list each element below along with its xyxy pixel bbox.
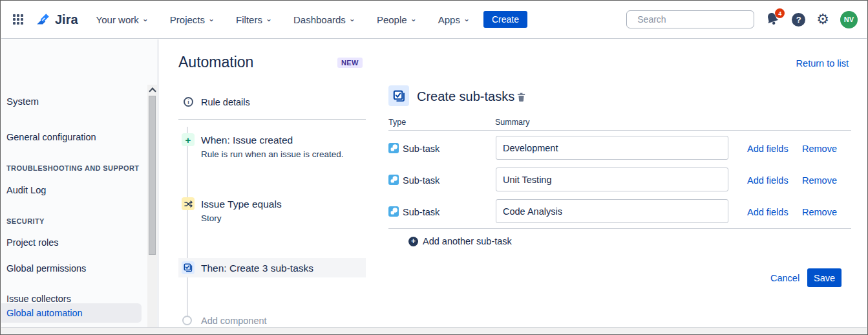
top-navbar: Jira Your work⌄ Projects⌄ Filters⌄ Dashb… <box>1 1 867 39</box>
summary-input[interactable] <box>496 136 728 160</box>
trigger-step[interactable]: When: Issue created <box>201 135 293 146</box>
settings-gear-icon[interactable]: ⚙ <box>816 12 829 27</box>
condition-step[interactable]: Issue Type equals <box>201 199 282 210</box>
sidebar-item-audit-log[interactable]: Audit Log <box>6 185 46 195</box>
create-button[interactable]: Create <box>483 11 527 28</box>
jira-logo[interactable]: Jira <box>35 11 78 28</box>
condition-step-subtitle: Story <box>201 213 222 223</box>
delete-action-trash-icon[interactable] <box>516 92 526 105</box>
sidebar-section-security: SECURITY <box>6 217 45 225</box>
jira-logo-icon <box>35 11 52 28</box>
subtask-type-icon <box>388 175 399 188</box>
scrollbar-up-arrow-icon[interactable] <box>147 85 157 95</box>
sidebar-item-project-roles[interactable]: Project roles <box>6 237 59 248</box>
rule-chain-connector <box>187 127 188 318</box>
subtask-type-label: Sub-task <box>403 207 439 217</box>
sidebar-title: System <box>6 96 39 107</box>
detail-panel-title: Create sub-tasks <box>417 89 514 104</box>
add-fields-link[interactable]: Add fields <box>747 175 789 186</box>
trigger-plus-icon: + <box>182 133 195 146</box>
add-component-circle-icon <box>182 316 192 325</box>
condition-shuffle-icon <box>182 197 195 210</box>
automation-main: Automation NEW Return to list i Rule det… <box>158 39 868 329</box>
notification-count-badge: 4 <box>775 8 785 18</box>
settings-sidebar: System General configuration TROUBLESHOO… <box>1 39 158 329</box>
table-top-divider <box>388 130 851 131</box>
sidebar-scrollbar[interactable] <box>147 85 157 327</box>
page-title: Automation <box>178 54 253 71</box>
sidebar-scrollbar-thumb[interactable] <box>149 96 156 255</box>
subtask-type-icon <box>388 206 399 219</box>
add-another-subtask-button[interactable]: + Add another sub-task <box>408 236 512 246</box>
summary-input[interactable] <box>496 199 728 223</box>
sidebar-item-global-permissions[interactable]: Global permissions <box>6 263 86 274</box>
plus-circle-icon: + <box>408 237 418 246</box>
horizontal-scrollbar[interactable] <box>1 327 867 334</box>
return-to-list-link[interactable]: Return to list <box>796 58 849 69</box>
app-switcher-icon[interactable] <box>13 14 23 25</box>
nav-apps[interactable]: Apps⌄ <box>438 14 470 25</box>
nav-filters[interactable]: Filters⌄ <box>236 14 272 25</box>
search-box[interactable] <box>626 10 754 28</box>
chevron-down-icon: ⌄ <box>349 15 355 23</box>
chevron-down-icon: ⌄ <box>463 15 470 23</box>
user-avatar[interactable]: NV <box>840 11 858 28</box>
sidebar-item-issue-collectors[interactable]: Issue collectors <box>6 294 71 304</box>
main-nav: Your work⌄ Projects⌄ Filters⌄ Dashboards… <box>96 14 470 25</box>
subtask-type-icon <box>388 143 399 156</box>
table-bottom-divider <box>388 228 851 229</box>
navbar-right: 4 ? ⚙ NV <box>626 10 859 28</box>
summary-input[interactable] <box>496 168 728 191</box>
sidebar-item-general-configuration[interactable]: General configuration <box>6 132 96 142</box>
search-input[interactable] <box>637 14 754 25</box>
add-component-button[interactable]: Add component <box>201 316 267 326</box>
sidebar-section-troubleshooting: TROUBLESHOOTING AND SUPPORT <box>6 164 139 172</box>
add-fields-link[interactable]: Add fields <box>747 144 789 154</box>
column-header-summary: Summary <box>495 118 529 127</box>
subtask-row: Sub-task Add fields Remove <box>388 198 851 226</box>
sidebar-item-global-automation[interactable]: Global automation <box>1 303 142 323</box>
chevron-down-icon: ⌄ <box>266 15 272 23</box>
jira-logo-text: Jira <box>55 12 78 27</box>
rule-details-label[interactable]: Rule details <box>201 97 250 107</box>
chevron-down-icon: ⌄ <box>142 15 149 23</box>
save-button[interactable]: Save <box>807 268 842 287</box>
subtask-type-label: Sub-task <box>403 175 439 186</box>
remove-link[interactable]: Remove <box>802 144 837 154</box>
nav-people[interactable]: People⌄ <box>377 14 417 25</box>
add-fields-link[interactable]: Add fields <box>747 207 789 217</box>
info-icon: i <box>184 97 193 107</box>
subtask-type-label: Sub-task <box>403 144 439 154</box>
chevron-down-icon: ⌄ <box>208 15 215 23</box>
action-step[interactable]: Then: Create 3 sub-tasks <box>201 263 313 274</box>
remove-link[interactable]: Remove <box>802 175 837 186</box>
nav-projects[interactable]: Projects⌄ <box>170 14 215 25</box>
help-button[interactable]: ? <box>792 13 805 27</box>
column-header-type: Type <box>388 118 406 127</box>
rule-chain-divider <box>178 119 366 120</box>
chevron-down-icon: ⌄ <box>410 15 417 23</box>
nav-your-work[interactable]: Your work⌄ <box>96 14 149 25</box>
create-subtasks-icon <box>388 85 409 106</box>
nav-dashboards[interactable]: Dashboards⌄ <box>293 14 355 25</box>
cancel-button[interactable]: Cancel <box>770 273 799 283</box>
new-badge: NEW <box>337 58 363 68</box>
subtask-row: Sub-task Add fields Remove <box>388 135 851 163</box>
subtask-row: Sub-task Add fields Remove <box>388 166 851 195</box>
notifications-button[interactable]: 4 <box>765 12 781 27</box>
remove-link[interactable]: Remove <box>802 207 837 217</box>
jira-window: Jira Your work⌄ Projects⌄ Filters⌄ Dashb… <box>0 0 868 335</box>
trigger-step-subtitle: Rule is run when an issue is created. <box>201 149 344 159</box>
action-subtask-icon <box>182 261 195 274</box>
